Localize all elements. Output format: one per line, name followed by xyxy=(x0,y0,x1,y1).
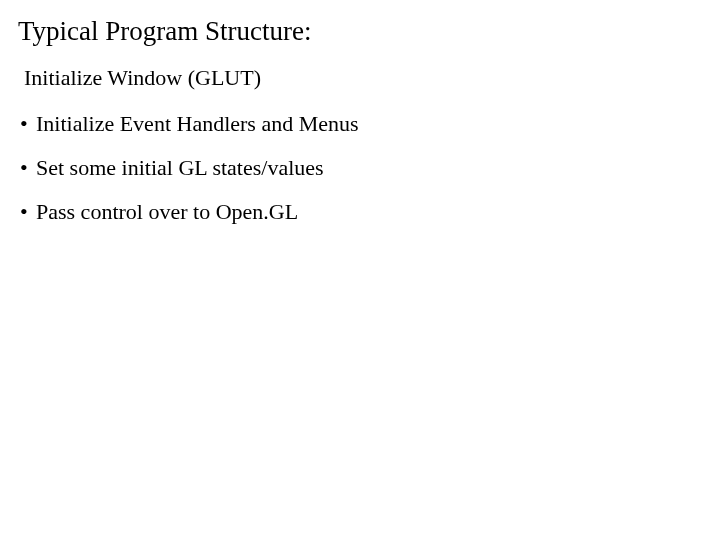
list-item: Set some initial GL states/values xyxy=(20,155,702,181)
list-item: Pass control over to Open.GL xyxy=(20,199,702,225)
slide-subtitle: Initialize Window (GLUT) xyxy=(24,65,702,91)
list-item: Initialize Event Handlers and Menus xyxy=(20,111,702,137)
slide-title: Typical Program Structure: xyxy=(18,16,702,47)
bullet-list: Initialize Event Handlers and Menus Set … xyxy=(20,111,702,225)
